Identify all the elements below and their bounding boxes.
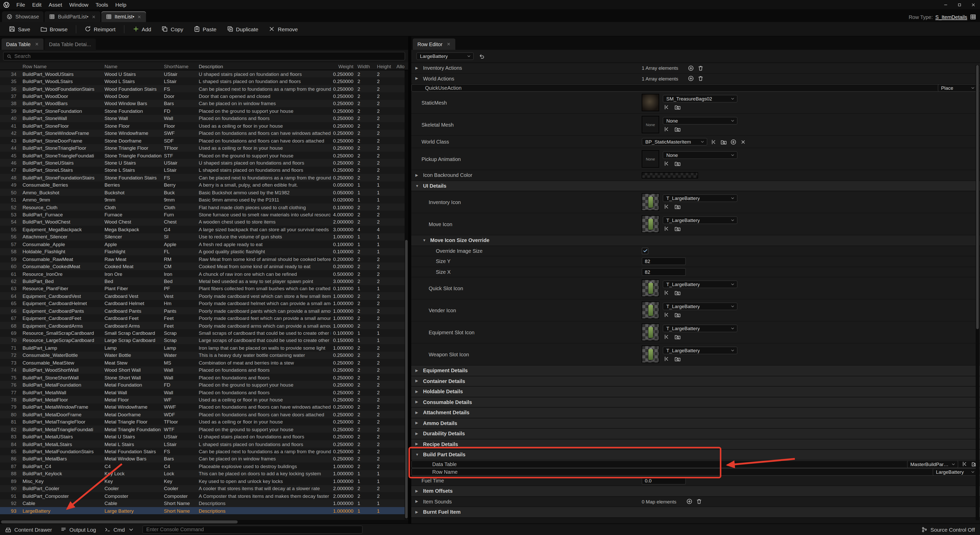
row-type-link[interactable]: S_ItemDetails [935, 14, 967, 20]
table-row-Equipment_CardboardArms[interactable]: 68Equipment_CardboardArmsCardboard ArmsF… [0, 322, 408, 329]
paste-button[interactable]: Paste [189, 23, 221, 35]
use-asset-icon[interactable] [664, 312, 670, 318]
use-asset-icon[interactable] [664, 104, 670, 110]
browse-asset-icon[interactable] [721, 139, 727, 145]
menu-item-tools[interactable]: Tools [92, 2, 111, 8]
move-icon-dropdown[interactable]: T_LargeBattery [663, 216, 738, 224]
property-row-size-y[interactable]: Size Y82 [411, 256, 980, 267]
use-asset-icon[interactable] [664, 160, 670, 167]
property-row-data-table[interactable]: Data TableMasterBuildPartList [411, 460, 980, 468]
expander-right-icon[interactable]: ▶ [415, 510, 420, 514]
tab-row-editor[interactable]: Row Editor [413, 38, 455, 50]
use-asset-icon[interactable] [664, 126, 670, 132]
empty-thumbnail[interactable]: None [642, 116, 659, 133]
table-row-Equipment_CardboardHelmet[interactable]: 65Equipment_CardboardHelmetCardboard Hel… [0, 300, 408, 307]
table-row-BuildPart_MetalFoundation[interactable]: 76BuildPart_MetalFoundationMetal Foundat… [0, 381, 408, 389]
color-swatch[interactable] [642, 172, 698, 179]
expander-right-icon[interactable]: ▶ [415, 442, 420, 446]
property-row-vender-icon[interactable]: Vender IconT_LargeBattery [411, 299, 980, 321]
table-row-BuildPart_MetalWall[interactable]: 77BuildPart_MetalWallMetal WallWallPlace… [0, 389, 408, 396]
save-button[interactable]: Save [4, 23, 35, 35]
column-header-description[interactable]: Description [197, 63, 331, 69]
source-control-button[interactable]: Source Control Off [921, 527, 975, 533]
table-row-Consumable_WaterBottle[interactable]: 72Consumable_WaterBottleWater BottleWate… [0, 351, 408, 359]
table-row-BuildPart_StoneTriangleFoundati[interactable]: 45BuildPart_StoneTriangleFoundatiStone T… [0, 152, 408, 159]
skeletal-mesh-dropdown[interactable]: None [663, 117, 738, 125]
table-row-BuildPart_C4[interactable]: 87BuildPart_C4C4C4Placeable explosive us… [0, 462, 408, 470]
use-asset-icon[interactable] [711, 139, 717, 145]
duplicate-button[interactable]: Duplicate [222, 23, 263, 35]
property-row-weapon-slot-icon[interactable]: Weapon Slot IconT_LargeBattery [411, 343, 980, 366]
close-icon[interactable] [137, 14, 142, 19]
search-box[interactable] [3, 52, 405, 61]
table-row-BuildPart_WoodChest[interactable]: 54BuildPart_WoodChestWood ChestChestA wo… [0, 219, 408, 226]
property-row-skeletal-mesh[interactable]: Skeletal MeshNoneNone [411, 114, 980, 136]
table-row-Resource_LargeScrapCardboard[interactable]: 70Resource_LargeScrapCardboardLarge Scra… [0, 337, 408, 344]
table-row-Ammo_9mm[interactable]: 51Ammo_9mm9mm9mmBasic 9mm ammo used by t… [0, 196, 408, 204]
table-row-Attachment_Silencer[interactable]: 56Attachment_SilencerSilencerSIUse to re… [0, 233, 408, 240]
use-asset-icon[interactable] [664, 356, 670, 362]
property-row-inventory-icon[interactable]: Inventory IconT_LargeBattery [411, 191, 980, 213]
table-row-LargeBattery[interactable]: 93LargeBatteryLarge BatteryShort NameDes… [0, 507, 408, 514]
trash-icon[interactable] [698, 65, 704, 71]
scrollbar-thumb[interactable] [405, 240, 408, 518]
add-button[interactable]: Add [128, 23, 156, 35]
property-row-staticmesh[interactable]: StaticMeshSM_TreasureBags02 [411, 92, 980, 114]
property-row-world-class[interactable]: World ClassBP_StaticMasterItem [411, 136, 980, 148]
column-header-width[interactable]: Width [355, 63, 375, 69]
table-row-Equipment_MegaBackpack[interactable]: 55Equipment_MegaBackpackMega BackpackG4A… [0, 225, 408, 233]
close-icon[interactable] [447, 42, 451, 46]
property-row-inventory-actions[interactable]: ▶Inventory Actions1 Array elements [411, 63, 980, 73]
output-log-button[interactable]: Output Log [60, 527, 96, 533]
table-row-BuildPart_Lamp[interactable]: 71BuildPart_LampLampLampIron lamp that c… [0, 344, 408, 351]
scrollbar-thumb[interactable] [976, 65, 978, 329]
column-header-row-name[interactable]: Row Name [21, 63, 102, 69]
panel-splitter[interactable] [408, 37, 411, 524]
use-asset-icon[interactable] [962, 461, 968, 467]
expander-right-icon[interactable]: ▶ [415, 410, 420, 415]
table-row-Consumable_Apple[interactable]: 57Consumable_AppleAppleAppleA fresh red … [0, 240, 408, 248]
table-row-BuildPart_WoodDoor[interactable]: 37BuildPart_WoodDoorWood DoorDoorDoor th… [0, 93, 408, 100]
property-row-equipment-details[interactable]: ▶Equipment Details [411, 366, 980, 376]
quick-slot-icon-dropdown[interactable]: T_LargeBattery [663, 280, 738, 288]
table-row-Resource_PlantFiber[interactable]: 63Resource_PlantFiberPlant FiberPFPlant … [0, 285, 408, 292]
table-row-Equipment_CardboardVest[interactable]: 64Equipment_CardboardVestCardboard VestV… [0, 292, 408, 300]
browse-asset-icon[interactable] [675, 225, 681, 232]
console-input[interactable] [142, 525, 362, 534]
window-minimize-button[interactable] [939, 0, 952, 9]
expander-right-icon[interactable]: ▶ [415, 66, 420, 70]
tab-data-table[interactable]: Data Table [2, 38, 43, 50]
property-row-container-details[interactable]: ▶Container Details [411, 376, 980, 386]
expander-down-icon[interactable]: ▼ [423, 239, 427, 242]
plus-circle-icon[interactable] [730, 139, 737, 145]
property-row-size-x[interactable]: Size X82 [411, 267, 980, 277]
table-row-BuildPart_WoodFoundationStairs[interactable]: 36BuildPart_WoodFoundationStairsWood Fou… [0, 85, 408, 93]
column-header-shortname[interactable]: ShortName [162, 63, 197, 69]
scrollbar-thumb[interactable] [1, 521, 238, 524]
property-row-override-image-size[interactable]: Override Image Size [411, 246, 980, 256]
size-x-field[interactable]: 82 [642, 268, 686, 276]
table-row-BuildPart_MetalFloor[interactable]: 78BuildPart_MetalFloorMetal FloorWFUsed … [0, 396, 408, 404]
undo-icon[interactable] [479, 53, 485, 59]
browse-asset-icon[interactable] [675, 160, 681, 167]
equipment-slot-icon-dropdown[interactable]: T_LargeBattery [663, 324, 738, 332]
texture-thumbnail[interactable] [642, 345, 659, 363]
expander-right-icon[interactable]: ▶ [415, 390, 420, 394]
table-row-BuildPart_MetalUStairs[interactable]: 83BuildPart_MetalUStairsMetal U StairsUS… [0, 433, 408, 441]
table-row-Consumable_Berries[interactable]: 49Consumable_BerriesBerriesBerryA berry … [0, 181, 408, 188]
property-row-quickuseaction[interactable]: QuickUseActionPlace [411, 84, 980, 92]
fuel-time-field[interactable]: 0.0 [642, 477, 686, 484]
empty-thumbnail[interactable]: None [642, 150, 659, 168]
table-row-Cable[interactable]: 92CableCableShort NameDescriptions1.0000… [0, 500, 408, 507]
browse-asset-icon[interactable] [675, 334, 681, 340]
table-row-Resource_Cloth[interactable]: 52Resource_ClothClothClothFlat hand made… [0, 204, 408, 211]
column-header-weight[interactable]: Weight [331, 63, 355, 69]
clear-icon[interactable] [740, 139, 746, 145]
expander-right-icon[interactable]: ▶ [415, 421, 420, 425]
expander-right-icon[interactable]: ▶ [415, 400, 420, 404]
menu-item-asset[interactable]: Asset [45, 2, 66, 8]
reimport-button[interactable]: Reimport [80, 23, 120, 35]
use-asset-icon[interactable] [664, 225, 670, 232]
table-row-Resource_IronOre[interactable]: 61Resource_IronOreIron OreIronA chunck o… [0, 270, 408, 278]
table-row-Ammo_Buckshot[interactable]: 50Ammo_BuckshotBuckshotBuckBasic Bucksho… [0, 188, 408, 196]
